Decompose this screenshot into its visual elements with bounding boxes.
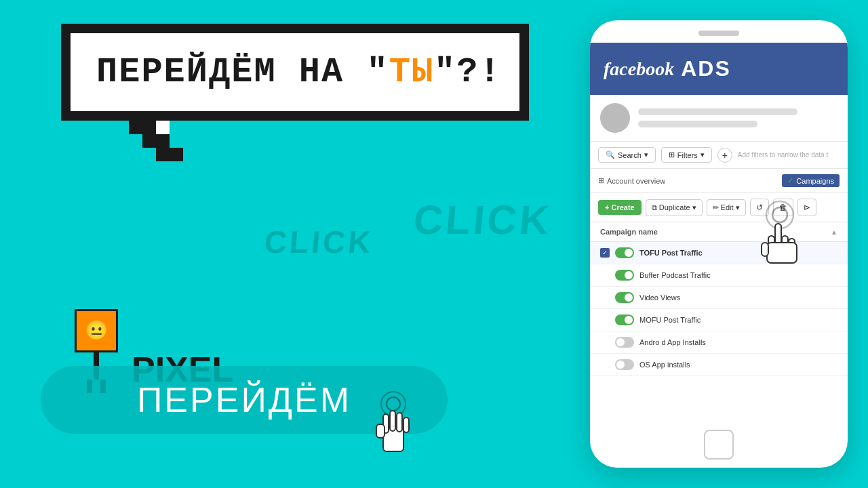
grid-icon: ⊞ xyxy=(598,176,604,185)
bubble-text: ПЕРЕЙДЁМ НА "ТЫ"?! xyxy=(96,52,502,92)
table-row[interactable]: MOFU Post Traffic xyxy=(590,309,848,331)
table-row[interactable]: Video Views xyxy=(590,287,848,309)
cursor-button-svg xyxy=(373,390,427,465)
add-filter-button[interactable]: + xyxy=(717,148,732,163)
row-toggle-on-4[interactable] xyxy=(615,314,634,325)
profile-line-1 xyxy=(638,108,797,115)
search-label: Search xyxy=(618,151,642,159)
campaign-name-4: MOFU Post Traffic xyxy=(639,316,701,324)
search-icon: 🔍 xyxy=(606,150,615,159)
profile-area xyxy=(590,95,848,142)
speech-bubble: ПЕРЕЙДЁМ НА "ТЫ"?! xyxy=(61,24,529,121)
bubble-text-after: "?! xyxy=(434,52,502,92)
row-toggle-off-1[interactable] xyxy=(615,337,634,348)
pixel-head: 😐 xyxy=(75,309,118,352)
fb-ads-text: ADS xyxy=(681,56,731,81)
campaign-name-6: OS App installs xyxy=(639,361,690,369)
duplicate-label: Duplicate xyxy=(659,203,690,211)
profile-avatar xyxy=(600,103,630,133)
campaign-name-2: Buffer Podcast Traffic xyxy=(639,271,711,279)
profile-line-2 xyxy=(638,121,757,127)
svg-rect-15 xyxy=(762,243,768,256)
duplicate-button[interactable]: ⧉ Duplicate ▾ xyxy=(646,199,703,216)
click-text-small: CLICK xyxy=(263,224,375,260)
click-text-large: CLICK xyxy=(412,197,553,243)
filters-chevron-icon: ▾ xyxy=(701,150,705,159)
row-toggle-off-2[interactable] xyxy=(615,359,634,370)
filter-icon: ⊞ xyxy=(669,150,675,159)
filters-label: Filters xyxy=(677,151,698,159)
table-row[interactable]: OS App installs xyxy=(590,354,848,376)
left-section: ПЕРЕЙДЁМ НА "ТЫ"?! xyxy=(0,0,556,488)
speech-bubble-outer: ПЕРЕЙДЁМ НА "ТЫ"?! xyxy=(61,24,529,121)
phone-home-button[interactable] xyxy=(704,430,734,460)
pixel-face: 😐 xyxy=(85,321,108,340)
cursor-phone-svg xyxy=(756,200,817,281)
svg-rect-6 xyxy=(403,418,409,432)
row-toggle-on[interactable] xyxy=(615,247,634,258)
row-toggle-on-2[interactable] xyxy=(615,270,634,281)
cta-button-text: ПЕРЕЙДЁМ xyxy=(137,380,351,420)
search-bar: 🔍 Search ▾ ⊞ Filters ▾ + Add filters to … xyxy=(590,142,848,169)
campaign-name-3: Video Views xyxy=(639,293,680,302)
nav-account-label: Account overview xyxy=(607,177,665,185)
svg-rect-14 xyxy=(767,243,797,263)
edit-label: Edit xyxy=(721,203,734,211)
create-button[interactable]: + Create xyxy=(598,200,642,215)
row-checkbox-checked[interactable]: ✓ xyxy=(600,248,610,258)
nav-campaigns-label: Campaigns xyxy=(796,177,834,185)
row-toggle-on-3[interactable] xyxy=(615,292,634,303)
svg-rect-5 xyxy=(397,413,402,432)
profile-lines xyxy=(638,108,837,127)
nav-campaigns-tab[interactable]: ✓ Campaigns xyxy=(782,174,840,187)
svg-rect-7 xyxy=(376,424,384,438)
check-icon: ✓ xyxy=(787,176,793,185)
sort-icon[interactable]: ▲ xyxy=(831,228,837,236)
nav-account-overview[interactable]: ⊞ Account overview xyxy=(598,176,665,185)
bubble-text-before: ПЕРЕЙДЁМ НА " xyxy=(96,52,389,92)
search-button[interactable]: 🔍 Search ▾ xyxy=(598,147,656,163)
speech-bubble-inner: ПЕРЕЙДЁМ НА "ТЫ"?! xyxy=(71,33,519,111)
pencil-icon: ✏ xyxy=(713,203,719,212)
duplicate-icon: ⧉ xyxy=(652,203,657,212)
svg-point-9 xyxy=(772,207,787,222)
svg-point-1 xyxy=(387,397,400,411)
edit-chevron-icon: ▾ xyxy=(736,203,740,212)
campaign-name-header: Campaign name xyxy=(600,228,658,236)
edit-button[interactable]: ✏ Edit ▾ xyxy=(707,199,746,216)
cursor-button xyxy=(373,390,427,468)
svg-rect-4 xyxy=(390,411,395,431)
table-row[interactable]: Andro d App Installs xyxy=(590,331,848,354)
fb-logo: facebook xyxy=(604,58,674,80)
create-label: + Create xyxy=(605,203,635,211)
filter-hint: Add filters to narrow the data t xyxy=(738,151,828,159)
filters-button[interactable]: ⊞ Filters ▾ xyxy=(661,147,712,163)
duplicate-chevron-icon: ▾ xyxy=(692,203,696,212)
bubble-text-highlight: ТЫ xyxy=(389,52,434,92)
phone-speaker xyxy=(698,30,739,36)
search-chevron-icon: ▾ xyxy=(644,150,648,159)
campaign-name-5: Andro d App Installs xyxy=(639,338,706,346)
nav-bar: ⊞ Account overview ✓ Campaigns xyxy=(590,169,848,193)
cursor-phone xyxy=(756,200,817,284)
campaign-name-1: TOFU Post Traffic xyxy=(639,249,703,257)
fb-header: facebook ADS xyxy=(590,43,848,95)
bubble-tail xyxy=(129,121,183,161)
